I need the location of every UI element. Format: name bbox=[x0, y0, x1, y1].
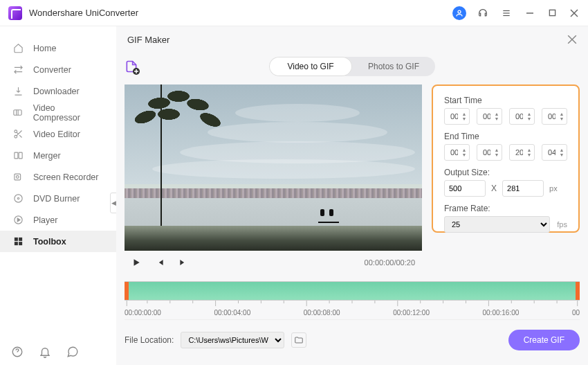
video-preview[interactable] bbox=[125, 84, 422, 251]
frame-rate-label: Frame Rate: bbox=[444, 204, 567, 213]
scissors-icon bbox=[12, 129, 24, 140]
sidebar-item-toolbox[interactable]: Toolbox bbox=[0, 231, 116, 252]
sidebar-item-editor[interactable]: Video Editor bbox=[0, 123, 116, 145]
panel-close-icon[interactable] bbox=[567, 35, 577, 44]
account-icon[interactable] bbox=[452, 6, 466, 20]
svg-rect-5 bbox=[549, 10, 555, 15]
sidebar-label: Merger bbox=[33, 151, 61, 161]
file-path-select[interactable]: C:\Users\ws\Pictures\Wonders bbox=[181, 332, 284, 348]
ruler-label: 00:00:04:00 bbox=[214, 309, 250, 317]
spinner-arrows[interactable]: ▲▼ bbox=[461, 109, 468, 123]
timeline-ruler: 00:00:00:00 00:00:04:00 00:00:08:00 00:0… bbox=[125, 301, 580, 320]
svg-rect-19 bbox=[19, 238, 22, 241]
spinner-arrows[interactable]: ▲▼ bbox=[526, 109, 533, 123]
sidebar-label: Converter bbox=[33, 65, 71, 75]
sidebar-item-recorder[interactable]: Screen Recorder bbox=[0, 166, 116, 188]
open-folder-button[interactable] bbox=[291, 332, 306, 348]
feedback-icon[interactable] bbox=[66, 346, 79, 358]
notification-icon[interactable] bbox=[39, 346, 51, 358]
svg-rect-12 bbox=[19, 152, 22, 159]
footer-icons bbox=[11, 346, 79, 358]
sidebar-label: Toolbox bbox=[33, 237, 66, 247]
ruler-label: 00 bbox=[572, 309, 580, 317]
width-input[interactable] bbox=[444, 180, 486, 197]
height-input[interactable] bbox=[502, 180, 544, 197]
compress-icon bbox=[12, 107, 24, 118]
sidebar-label: Home bbox=[33, 44, 56, 53]
time-display: 00:00:00/00:20 bbox=[365, 258, 415, 267]
next-frame-button[interactable] bbox=[178, 258, 188, 267]
output-size-label: Output Size: bbox=[444, 168, 567, 177]
tab-video-to-gif[interactable]: Video to GIF bbox=[269, 57, 352, 76]
close-button[interactable] bbox=[569, 8, 580, 19]
panel-title: GIF Maker bbox=[127, 35, 169, 45]
app-logo bbox=[8, 6, 22, 20]
titlebar: Wondershare UniConverter bbox=[0, 0, 588, 26]
timeline-track[interactable] bbox=[125, 281, 580, 301]
merge-icon bbox=[12, 150, 24, 161]
svg-rect-8 bbox=[14, 110, 21, 116]
file-location-label: File Location: bbox=[125, 335, 174, 345]
create-gif-button[interactable]: Create GIF bbox=[508, 330, 580, 350]
spinner-arrows[interactable]: ▲▼ bbox=[461, 145, 468, 159]
spinner-arrows[interactable]: ▲▼ bbox=[493, 145, 500, 159]
play-button[interactable] bbox=[131, 258, 141, 267]
ruler-label: 00:00:12:00 bbox=[393, 309, 430, 317]
trim-handle-end[interactable] bbox=[576, 282, 580, 300]
svg-point-0 bbox=[458, 10, 461, 13]
size-separator: X bbox=[491, 184, 497, 193]
support-icon[interactable] bbox=[476, 6, 490, 20]
sidebar: Home Converter Downloader Video Compress… bbox=[0, 26, 116, 365]
start-time-label: Start Time bbox=[444, 96, 567, 105]
sidebar-label: Video Editor bbox=[33, 130, 80, 139]
toolbox-icon bbox=[12, 236, 24, 247]
sidebar-item-dvd[interactable]: DVD Burner bbox=[0, 188, 116, 209]
menu-icon[interactable] bbox=[499, 6, 513, 20]
download-icon bbox=[12, 86, 24, 97]
mode-tabs: Video to GIF Photos to GIF bbox=[269, 57, 435, 76]
tab-photos-to-gif[interactable]: Photos to GIF bbox=[352, 57, 435, 76]
svg-point-9 bbox=[14, 130, 17, 133]
svg-point-14 bbox=[16, 176, 19, 179]
spinner-arrows[interactable]: ▲▼ bbox=[526, 145, 533, 159]
add-file-button[interactable] bbox=[125, 60, 138, 73]
play-icon bbox=[12, 215, 24, 226]
sidebar-label: Video Compressor bbox=[33, 103, 104, 123]
svg-point-15 bbox=[14, 195, 21, 202]
disc-icon bbox=[12, 193, 24, 204]
end-time-label: End Time bbox=[444, 132, 567, 141]
sidebar-item-player[interactable]: Player bbox=[0, 209, 116, 231]
trim-handle-start[interactable] bbox=[125, 282, 129, 300]
record-icon bbox=[12, 172, 24, 183]
ruler-label: 00:00:00:00 bbox=[125, 309, 161, 317]
ruler-label: 00:00:16:00 bbox=[483, 309, 520, 317]
svg-rect-20 bbox=[14, 242, 17, 245]
sidebar-item-merger[interactable]: Merger bbox=[0, 145, 116, 166]
help-icon[interactable] bbox=[11, 346, 24, 358]
sidebar-item-compressor[interactable]: Video Compressor bbox=[0, 102, 116, 123]
timeline: 00:00:00:00 00:00:04:00 00:00:08:00 00:0… bbox=[125, 281, 580, 320]
sidebar-label: Downloader bbox=[33, 87, 80, 96]
preview-pane: 00:00:00/00:20 bbox=[125, 84, 422, 274]
sidebar-item-home[interactable]: Home bbox=[0, 37, 116, 59]
minimize-button[interactable] bbox=[524, 8, 535, 19]
main-panel: GIF Maker Video to GIF Photos to GIF bbox=[116, 26, 588, 365]
app-title: Wondershare UniConverter bbox=[29, 8, 138, 18]
frame-rate-select[interactable]: 25 bbox=[444, 216, 550, 233]
panel-header: GIF Maker bbox=[116, 26, 588, 53]
sidebar-item-downloader[interactable]: Downloader bbox=[0, 80, 116, 102]
home-icon bbox=[12, 43, 24, 54]
spinner-arrows[interactable]: ▲▼ bbox=[558, 109, 565, 123]
settings-panel: Start Time ▲▼ ▲▼ ▲▼ ▲▼ End Time ▲▼ ▲▼ bbox=[432, 84, 580, 233]
sidebar-item-converter[interactable]: Converter bbox=[0, 59, 116, 80]
spinner-arrows[interactable]: ▲▼ bbox=[558, 145, 565, 159]
svg-point-10 bbox=[14, 135, 17, 138]
ruler-label: 00:00:08:00 bbox=[304, 309, 340, 317]
player-controls: 00:00:00/00:20 bbox=[125, 251, 422, 274]
prev-frame-button[interactable] bbox=[155, 258, 165, 267]
size-unit: px bbox=[549, 184, 558, 193]
sidebar-label: Screen Recorder bbox=[33, 172, 99, 182]
svg-rect-21 bbox=[19, 242, 22, 245]
spinner-arrows[interactable]: ▲▼ bbox=[493, 109, 500, 123]
maximize-button[interactable] bbox=[546, 8, 558, 19]
